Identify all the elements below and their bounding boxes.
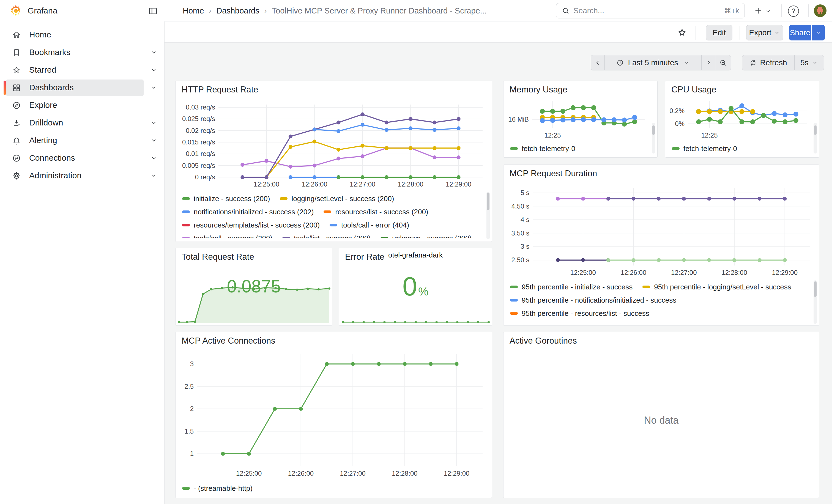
edit-button[interactable]: Edit bbox=[706, 25, 732, 41]
share-dropdown-button[interactable] bbox=[812, 25, 825, 41]
legend-row: 95th percentile - resources/list - succe… bbox=[510, 307, 806, 320]
breadcrumb-home[interactable]: Home bbox=[183, 6, 204, 16]
sidebar-item-label: Dashboards bbox=[29, 83, 74, 92]
panel-title[interactable]: HTTP Request Rate bbox=[182, 85, 258, 95]
legend-item[interactable]: resources/list - success (200) bbox=[323, 208, 428, 216]
legend-item[interactable]: unknown - success (200) bbox=[381, 234, 472, 239]
legend-series-marker bbox=[182, 237, 190, 238]
legend-series-marker bbox=[280, 197, 287, 200]
legend-item[interactable]: initialize - success (200) bbox=[182, 194, 270, 203]
chevron-down-icon[interactable] bbox=[150, 154, 157, 163]
legend-item[interactable]: 95th percentile - logging/setLevel - suc… bbox=[643, 283, 791, 291]
legend-series-label: 95th percentile - notifications/initiali… bbox=[522, 296, 676, 304]
refresh-button[interactable]: Refresh bbox=[742, 55, 794, 71]
svg-text:12:25:00: 12:25:00 bbox=[254, 181, 279, 188]
active-item-highlight bbox=[6, 80, 144, 96]
legend-scrollbar[interactable] bbox=[652, 123, 655, 154]
cpu-usage-chart[interactable]: 12:250.2%0% bbox=[668, 97, 810, 139]
compass-icon bbox=[12, 101, 21, 111]
error-rate-sparkline[interactable] bbox=[342, 312, 490, 324]
svg-text:12:28:00: 12:28:00 bbox=[392, 470, 417, 477]
legend-item[interactable]: tools/call - error (404) bbox=[330, 221, 409, 230]
time-shift-back-button[interactable] bbox=[591, 55, 604, 71]
favorite-star-button[interactable] bbox=[676, 27, 688, 38]
panel-title[interactable]: Active Goroutines bbox=[510, 336, 577, 346]
legend-item[interactable]: tools/call - success (200) bbox=[182, 234, 272, 239]
chevron-down-icon[interactable] bbox=[150, 66, 157, 75]
add-chevron-icon[interactable] bbox=[764, 7, 772, 15]
dashboards-grid-icon bbox=[12, 83, 21, 93]
legend-series-label: 95th percentile - resources/list - succe… bbox=[522, 309, 649, 318]
chevron-down-icon[interactable] bbox=[150, 84, 157, 92]
grafana-logo-icon[interactable] bbox=[9, 4, 22, 17]
legend-series-label: 95th percentile - initialize - success bbox=[522, 283, 632, 291]
panel-title[interactable]: MCP Active Connections bbox=[182, 336, 276, 346]
time-range-picker[interactable]: Last 5 minutes bbox=[604, 55, 701, 71]
action-vdivider bbox=[696, 26, 696, 39]
breadcrumb-separator: › bbox=[264, 7, 267, 15]
sidebar-item-administration[interactable]: Administration bbox=[0, 167, 164, 185]
legend-row: notifications/initialized - success (202… bbox=[182, 205, 479, 218]
legend-series-marker bbox=[323, 210, 331, 213]
panel-title[interactable]: Memory Usage bbox=[510, 85, 567, 95]
legend-series-label: fetch-telemetry-0 bbox=[522, 144, 575, 153]
sidebar-item-home[interactable]: Home bbox=[0, 26, 164, 44]
avatar[interactable] bbox=[814, 4, 827, 17]
legend-item[interactable]: tools/list - success (200) bbox=[282, 234, 371, 239]
panel-title[interactable]: CPU Usage bbox=[671, 85, 717, 95]
sidebar-item-connections[interactable]: Connections bbox=[0, 150, 164, 167]
svg-text:12:27:00: 12:27:00 bbox=[671, 269, 697, 276]
svg-text:12:27:00: 12:27:00 bbox=[340, 470, 365, 477]
mcp-request-duration-chart[interactable]: 12:25:0012:26:0012:27:0012:28:0012:29:00… bbox=[508, 185, 815, 277]
zoom-out-button[interactable] bbox=[715, 55, 731, 71]
sidebar-item-alerting[interactable]: Alerting bbox=[0, 132, 164, 150]
legend-scrollbar[interactable] bbox=[813, 280, 817, 324]
legend-item[interactable]: fetch-telemetry-0 bbox=[510, 144, 575, 153]
grafana-app: Grafana Home › Dashboards › ToolHive MCP… bbox=[0, 0, 832, 504]
legend-item[interactable]: 95th percentile - initialize - success bbox=[510, 283, 632, 291]
svg-text:0.015 req/s: 0.015 req/s bbox=[182, 138, 215, 146]
datasource-overlay-label: otel-grafana-dark bbox=[339, 251, 492, 260]
chevron-down-icon[interactable] bbox=[150, 137, 157, 145]
sidebar-item-dashboards[interactable]: Dashboards bbox=[0, 79, 164, 97]
sidebar-item-label: Bookmarks bbox=[29, 48, 71, 57]
time-shift-forward-button[interactable] bbox=[701, 55, 715, 71]
sidebar-item-bookmarks[interactable]: Bookmarks bbox=[0, 44, 164, 61]
legend-series-label: - (streamable-http) bbox=[194, 484, 253, 493]
legend-item[interactable]: fetch-telemetry-0 bbox=[672, 144, 737, 153]
legend-scrollbar[interactable] bbox=[813, 123, 817, 154]
sidebar-item-starred[interactable]: Starred bbox=[0, 61, 164, 79]
breadcrumb-dashboards[interactable]: Dashboards bbox=[216, 6, 259, 16]
http-request-rate-chart[interactable]: 12:25:0012:26:0012:27:0012:28:0012:29:00… bbox=[181, 101, 488, 189]
legend-scrollbar[interactable] bbox=[487, 192, 490, 239]
chevron-down-icon[interactable] bbox=[150, 119, 157, 127]
sidebar-toggle-icon[interactable] bbox=[148, 5, 158, 17]
legend-item[interactable]: resources/templates/list - success (200) bbox=[182, 221, 320, 230]
legend-item[interactable]: - (streamable-http) bbox=[182, 484, 253, 493]
share-button[interactable]: Share bbox=[789, 25, 811, 41]
help-button[interactable]: ? bbox=[788, 5, 799, 17]
panel-title[interactable]: MCP Request Duration bbox=[510, 169, 597, 179]
legend-item[interactable]: 95th percentile - resources/list - succe… bbox=[510, 309, 649, 318]
legend-row: fetch-telemetry-0 bbox=[672, 142, 787, 155]
panel-title[interactable]: Total Request Rate bbox=[182, 252, 254, 262]
legend-item[interactable]: 95th percentile - resources/templates/li… bbox=[510, 322, 682, 324]
add-button[interactable] bbox=[753, 5, 764, 16]
mcp-active-connections-chart[interactable]: 12:25:0012:26:0012:27:0012:28:0012:29:00… bbox=[180, 351, 488, 479]
search-input[interactable]: Search... ⌘+k bbox=[556, 3, 745, 19]
svg-text:1: 1 bbox=[190, 450, 194, 457]
export-button[interactable]: Export bbox=[746, 25, 783, 41]
chevron-down-icon[interactable] bbox=[150, 49, 157, 57]
legend-item[interactable]: logging/setLevel - success (200) bbox=[280, 194, 394, 203]
sidebar-item-explore[interactable]: Explore bbox=[0, 97, 164, 114]
memory-legend: fetch-telemetry-0 bbox=[510, 142, 626, 155]
legend-series-marker bbox=[672, 147, 680, 150]
refresh-interval-picker[interactable]: 5s bbox=[794, 55, 824, 71]
chevron-down-icon[interactable] bbox=[150, 172, 157, 180]
memory-usage-chart[interactable]: 12:2516 MiB bbox=[506, 97, 649, 139]
legend-item[interactable]: notifications/initialized - success (202… bbox=[182, 208, 314, 216]
connections-legend: - (streamable-http) bbox=[182, 482, 320, 495]
legend-row: resources/templates/list - success (200)… bbox=[182, 218, 479, 232]
legend-item[interactable]: 95th percentile - notifications/initiali… bbox=[510, 296, 676, 304]
sidebar-item-drilldown[interactable]: Drilldown bbox=[0, 114, 164, 132]
